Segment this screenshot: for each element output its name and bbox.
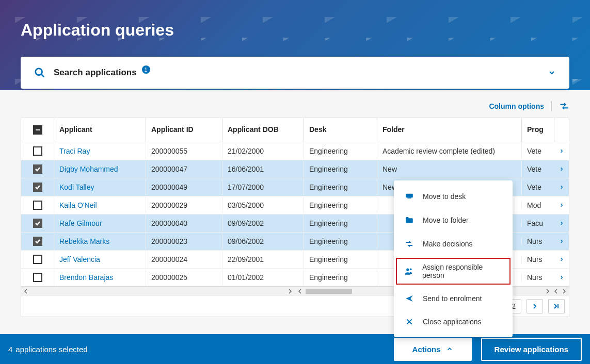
row-expand-button[interactable] (554, 162, 569, 176)
col-header-folder[interactable]: Folder (377, 118, 522, 142)
row-checkbox[interactable] (33, 255, 42, 264)
applicant-program: Nurs (522, 233, 554, 250)
scroll-thumb[interactable] (306, 289, 352, 294)
actions-menu: Move to desk Move to folder Make decisio… (394, 180, 513, 337)
menu-move-to-folder[interactable]: Move to folder (394, 208, 513, 232)
applicant-id: 200000040 (146, 215, 222, 231)
menu-make-decisions[interactable]: Make decisions (394, 232, 513, 256)
scroll-left-icon[interactable] (553, 289, 559, 294)
applicant-desk: Engineering (304, 143, 377, 159)
row-checkbox[interactable] (33, 183, 42, 192)
expand-search-icon[interactable] (548, 69, 556, 77)
review-label: Review applications (495, 345, 568, 354)
applicant-id: 200000049 (146, 179, 222, 195)
select-all-checkbox[interactable] (33, 125, 42, 135)
column-options-button[interactable]: Column options (489, 102, 544, 110)
page-title: Application queries (21, 21, 569, 40)
applicant-desk: Engineering (304, 197, 377, 213)
table-row[interactable]: Digby Mohammed20000004716/06/2001Enginee… (21, 160, 569, 178)
svg-rect-4 (36, 129, 40, 130)
menu-send-to-enrolment[interactable]: Send to enrolment (394, 287, 513, 310)
table-row[interactable]: Traci Ray20000005521/02/2000EngineeringA… (21, 142, 569, 160)
actions-label: Actions (412, 345, 441, 354)
svg-rect-7 (407, 197, 411, 198)
selected-count: 4 (8, 345, 12, 354)
search-count-badge: 1 (142, 65, 150, 74)
row-expand-button[interactable] (554, 252, 569, 267)
svg-point-9 (410, 268, 412, 270)
applicant-program: Vete (522, 161, 554, 177)
row-checkbox[interactable] (33, 237, 42, 246)
menu-label: Move to folder (423, 216, 469, 224)
row-checkbox[interactable] (33, 219, 42, 228)
scroll-right-icon[interactable] (562, 289, 567, 294)
table-header-row: Applicant Applicant ID Applicant DOB Des… (21, 118, 569, 142)
applicant-program: Nurs (522, 251, 554, 268)
decision-icon (404, 239, 414, 249)
applicant-id: 200000055 (146, 143, 222, 159)
menu-close-applications[interactable]: Close applications (394, 310, 513, 333)
menu-label: Close applications (423, 318, 482, 326)
applicant-link[interactable]: Traci Ray (59, 147, 90, 155)
col-header-desk[interactable]: Desk (304, 118, 377, 142)
col-header-program[interactable]: Prog (522, 118, 554, 142)
col-header-applicant[interactable]: Applicant (54, 118, 146, 142)
col-header-applicant-id[interactable]: Applicant ID (146, 118, 222, 142)
review-applications-button[interactable]: Review applications (481, 338, 582, 361)
selected-label: applications selected (15, 345, 87, 354)
applicant-link[interactable]: Kodi Talley (59, 183, 94, 191)
actions-button[interactable]: Actions (394, 338, 472, 361)
scroll-left-icon[interactable] (297, 289, 302, 294)
row-expand-button[interactable] (554, 198, 569, 212)
desk-icon (404, 192, 414, 201)
scroll-left-icon[interactable] (23, 289, 28, 294)
row-checkbox[interactable] (33, 146, 42, 156)
selection-status-bar: 4 applications selected Actions Review a… (0, 334, 590, 364)
col-header-applicant-dob[interactable]: Applicant DOB (222, 118, 304, 142)
search-panel[interactable]: Search applications 1 (21, 57, 569, 89)
applicant-link[interactable]: Rebekka Marks (59, 237, 109, 245)
applicant-link[interactable]: Jeff Valencia (59, 255, 100, 263)
applicant-program: Facu (522, 215, 554, 231)
applicant-link[interactable]: Digby Mohammed (59, 165, 118, 173)
row-checkbox[interactable] (33, 164, 42, 174)
applicant-program: Nurs (522, 269, 554, 286)
menu-assign-responsible-person[interactable]: Assign responsible person (394, 256, 513, 287)
applicant-dob: 09/06/2002 (222, 233, 304, 250)
menu-label: Make decisions (423, 240, 473, 248)
applicant-id: 200000024 (146, 251, 222, 268)
last-page-button[interactable] (548, 299, 565, 313)
collapse-columns-icon[interactable] (559, 102, 569, 110)
next-page-button[interactable] (527, 299, 543, 313)
applicant-program: Vete (522, 143, 554, 159)
row-expand-button[interactable] (554, 216, 569, 230)
chevron-up-icon (446, 345, 453, 353)
applicant-id: 200000023 (146, 233, 222, 250)
svg-point-0 (36, 69, 42, 75)
row-expand-button[interactable] (554, 234, 569, 249)
applicant-dob: 09/09/2002 (222, 215, 304, 231)
applicant-dob: 03/05/2000 (222, 197, 304, 213)
toolbar-divider (551, 101, 552, 111)
row-checkbox[interactable] (33, 201, 42, 210)
applicant-link[interactable]: Rafe Gilmour (59, 219, 102, 227)
search-title: Search applications (54, 68, 137, 78)
row-expand-button[interactable] (554, 144, 569, 158)
applicant-id: 200000029 (146, 197, 222, 213)
applicant-link[interactable]: Kaila O'Neil (59, 201, 97, 209)
table-toolbar: Column options (489, 101, 569, 111)
menu-move-to-desk[interactable]: Move to desk (394, 185, 513, 208)
applicant-dob: 16/06/2001 (222, 161, 304, 177)
applicant-dob: 22/09/2001 (222, 251, 304, 268)
scroll-right-icon[interactable] (545, 289, 550, 294)
applicant-folder: Academic review complete (edited) (377, 143, 522, 159)
send-icon (404, 294, 414, 303)
scroll-right-icon[interactable] (288, 289, 293, 294)
applicant-desk: Engineering (304, 215, 377, 231)
applicant-program: Mod (522, 197, 554, 213)
applicant-link[interactable]: Brendon Barajas (59, 273, 113, 282)
row-checkbox[interactable] (33, 273, 42, 282)
row-expand-button[interactable] (554, 270, 569, 285)
applicant-dob: 01/01/2002 (222, 269, 304, 286)
row-expand-button[interactable] (554, 180, 569, 194)
